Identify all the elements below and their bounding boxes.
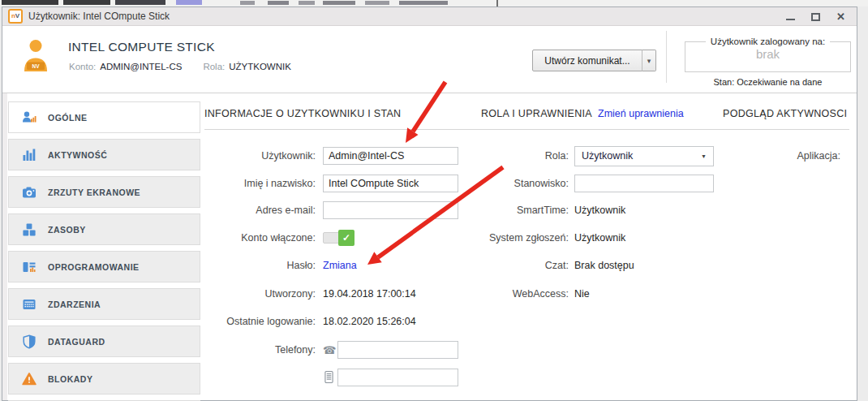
close-button[interactable]: ✕ — [836, 11, 845, 22]
sidebar-item-oprogramowanie[interactable]: OPROGRAMOWANIE — [8, 251, 200, 282]
background-text-fragment — [115, 0, 165, 5]
field-row-tickets: System zgłoszeń: Użytkownik — [457, 228, 625, 248]
field-row-phone-1: Telefony: ☎ — [204, 340, 458, 360]
create-message-button-group: Utwórz komunikat... ▾ — [532, 50, 656, 71]
field-row-chat: Czat: Brak dostępu — [457, 256, 634, 275]
sidebar-item-label: OGÓLNE — [48, 113, 88, 123]
cubes-icon — [22, 222, 37, 237]
minimize-button[interactable] — [786, 12, 795, 21]
sidebar-item-label: ZRZUTY EKRANOWE — [48, 188, 140, 197]
background-text-fragment — [299, 1, 315, 5]
role-section-title: ROLA I UPRAWNIENIA — [481, 108, 592, 119]
password-label: Hasło: — [204, 260, 316, 271]
user-subtitle: Konto:ADMIN@INTEL-CSRola:UŻYTKOWNIK — [69, 62, 291, 71]
application-label: Aplikacja: — [733, 150, 840, 162]
sidebar-item-label: ZDARZENIA — [48, 300, 101, 309]
chat-value: Brak dostępu — [574, 260, 634, 271]
created-label: Utworzony: — [204, 288, 316, 300]
sidebar-item-label: DATAGUARD — [48, 337, 105, 347]
field-row-smarttime: SmartTime: Użytkownik — [457, 200, 625, 220]
field-row-last-login: Ostatnie logowanie: 18.02.2020 15:26:04 — [204, 312, 416, 331]
mobile-phone-icon — [323, 370, 334, 386]
info-section-title: INFORMACJE O UZYTKOWNIKU I STAN — [204, 108, 401, 119]
sidebar-item-zasoby[interactable]: ZASOBY — [8, 213, 200, 245]
maximize-button[interactable] — [811, 13, 820, 21]
sidebar-item-label: OPROGRAMOWANIE — [48, 262, 140, 272]
sidebar: OGÓLNE AKTYWNOŚĆ ZRZU — [8, 101, 200, 401]
phone-input[interactable] — [337, 341, 458, 359]
username-input[interactable] — [323, 147, 458, 165]
window-controls: ✕ — [786, 7, 845, 26]
change-permissions-link[interactable]: Zmień uprawnienia — [598, 108, 684, 119]
software-icon — [22, 260, 37, 274]
sidebar-item-aktywnosc[interactable]: AKTYWNOŚĆ — [8, 139, 200, 170]
app-window: nV Użytkownik: Intel COmpute Stick ✕ NV … — [2, 6, 857, 401]
mobile-input[interactable] — [337, 369, 458, 386]
smarttime-label: SmartTime: — [457, 205, 569, 216]
webaccess-label: WebAccess: — [457, 288, 569, 300]
user-avatar: NV — [23, 39, 49, 71]
svg-text:NV: NV — [32, 63, 40, 69]
field-row-role: Rola: Użytkownik ▼ — [457, 146, 714, 166]
account-value: ADMIN@INTEL-CS — [100, 62, 182, 71]
bar-chart-icon — [22, 148, 37, 162]
logged-on-value: brak — [685, 46, 850, 61]
warning-icon — [22, 372, 37, 386]
background-text-fragment — [63, 0, 110, 5]
create-message-button[interactable]: Utwórz komunikat... — [532, 50, 642, 71]
background-app-sliver — [0, 0, 868, 6]
field-row-webaccess: WebAccess: Nie — [457, 284, 590, 304]
field-row-created: Utworzony: 19.04.2018 17:00:14 — [204, 284, 416, 304]
sidebar-item-ogolne[interactable]: OGÓLNE — [8, 101, 200, 133]
account-enabled-toggle[interactable]: ✓ — [323, 230, 355, 246]
field-row-phone-2 — [204, 368, 458, 387]
logged-on-box: Użytkownik zalogowany na: brak — [685, 37, 851, 72]
sidebar-item-zdarzenia[interactable]: ZDARZENIA — [8, 288, 200, 320]
phones-label: Telefony: — [204, 344, 316, 356]
sidebar-item-dataguard[interactable]: DATAGUARD — [8, 326, 200, 357]
caret-down-icon: ▾ — [647, 57, 651, 65]
user-display-name: INTEL COMPUTE STICK — [68, 40, 215, 54]
logged-on-legend: Użytkownik zalogowany na: — [706, 37, 830, 46]
sidebar-item-label: AKTYWNOŚĆ — [48, 150, 107, 160]
background-text-fragment — [365, 1, 389, 5]
background-text-fragment — [268, 1, 289, 5]
field-row-username: Użytkownik: — [204, 146, 458, 166]
email-input[interactable] — [323, 201, 458, 219]
created-value: 19.04.2018 17:00:14 — [323, 288, 416, 300]
sidebar-item-label: BLOKADY — [48, 374, 92, 384]
position-input[interactable] — [574, 175, 714, 192]
header-vertical-divider — [666, 31, 667, 83]
role-select-value: Użytkownik — [582, 150, 633, 162]
section-divider — [204, 129, 849, 130]
position-label: Stanowisko: — [457, 178, 569, 189]
smarttime-value: Użytkownik — [574, 205, 625, 216]
calendar-icon — [22, 297, 37, 312]
field-row-account-enabled: Konto włączone: ✓ — [204, 228, 355, 248]
fullname-input[interactable] — [323, 175, 458, 192]
sidebar-item-blokady[interactable]: BLOKADY — [8, 363, 200, 395]
field-row-password: Hasło: Zmiana — [204, 256, 357, 275]
role-value: UŻYTKOWNIK — [229, 62, 291, 71]
password-change-link[interactable]: Zmiana — [323, 260, 357, 271]
titlebar[interactable]: nV Użytkownik: Intel COmpute Stick ✕ — [2, 7, 857, 26]
role-select[interactable]: Użytkownik ▼ — [574, 146, 714, 166]
role-field-label: Rola: — [457, 150, 569, 162]
app-icon: nV — [8, 9, 23, 24]
tickets-label: System zgłoszeń: — [457, 232, 569, 244]
sidebar-item-zrzuty-ekranowe[interactable]: ZRZUTY EKRANOWE — [8, 176, 200, 208]
field-row-email: Adres e-mail: — [204, 200, 458, 220]
email-label: Adres e-mail: — [204, 205, 316, 216]
tickets-value: Użytkownik — [574, 232, 625, 244]
user-stats-icon — [22, 110, 37, 125]
field-row-application: Aplikacja: — [733, 146, 840, 166]
window-title: Użytkownik: Intel COmpute Stick — [28, 11, 170, 22]
chevron-down-icon: ▼ — [701, 153, 707, 159]
last-login-label: Ostatnie logowanie: — [204, 316, 316, 327]
account-label: Konto: — [69, 62, 96, 71]
last-login-value: 18.02.2020 15:26:04 — [323, 316, 416, 327]
toggle-track — [323, 232, 340, 244]
background-text-fragment — [2, 0, 58, 5]
create-message-dropdown-button[interactable]: ▾ — [642, 50, 656, 71]
username-label: Użytkownik: — [204, 150, 316, 162]
